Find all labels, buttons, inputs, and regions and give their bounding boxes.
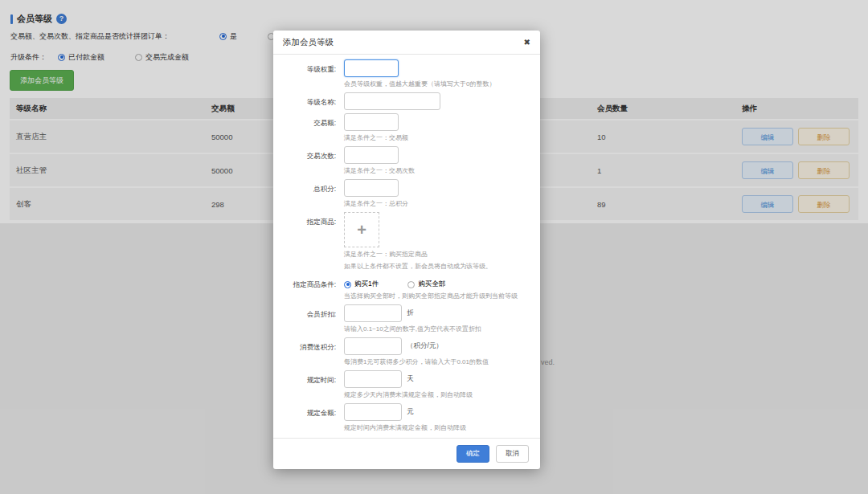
field-label: 交易额: [285,113,336,143]
field-hint: 满足条件之一：交易次数 [344,165,529,176]
radio-option-label: 购买全部 [418,280,445,289]
time-limit-input[interactable] [344,370,402,388]
field-time-limit: 规定时间:天规定多少天内消费未满规定金额，则自动降级 [285,370,529,400]
field-label: 等级名称: [285,92,336,110]
field-points-per-yuan: 消费送积分:（积分/元）每消费1元可获得多少积分，请输入大于0.01的数值 [285,337,529,367]
level-name-input[interactable] [344,92,440,110]
field-trade-amount: 交易额:满足条件之一：交易额 [285,113,529,143]
field-hint: 满足条件之一：总积分 [344,198,529,209]
field-label: 指定商品条件: [285,275,336,301]
field-hint: 如果以上条件都不设置，新会员将自动成为该等级。 [344,261,529,271]
field-level-weight: 等级权重:会员等级权重，值越大越重要（请填写大于0的整数） [285,59,529,89]
field-label: 规定金额: [285,403,336,433]
level-weight-input[interactable] [344,59,399,77]
trade-amount-input[interactable] [344,113,399,131]
field-trade-times: 交易次数:满足条件之一：交易次数 [285,146,529,176]
field-hint: 每消费1元可获得多少积分，请输入大于0.01的数值 [344,357,529,367]
modal-body: 等级权重:会员等级权重，值越大越重要（请填写大于0的整数）等级名称:交易额:满足… [273,55,540,438]
radio-selected-icon [344,281,351,288]
modal-footer: 确定 取消 [273,438,540,469]
field-amount-limit: 规定金额:元规定时间内消费未满规定金额，则自动降级 [285,403,529,433]
plus-icon: + [357,222,366,238]
radio-option-label: 购买1件 [354,280,379,289]
field-suffix: （积分/元） [407,341,443,351]
field-suffix: 天 [407,374,414,384]
field-suffix: 元 [407,407,414,417]
radio-option[interactable]: 购买全部 [407,280,445,289]
radio-icon [407,281,415,288]
close-icon[interactable]: ✖ [524,39,530,47]
cancel-button[interactable]: 取消 [496,445,529,463]
modal-header: 添加会员等级 ✖ [273,31,540,55]
field-specified-goods: 指定商品:+满足条件之一：购买指定商品如果以上条件都不设置，新会员将自动成为该等… [285,212,529,271]
field-label: 消费送积分: [285,337,336,367]
radio-option[interactable]: 购买1件 [344,280,379,289]
field-label: 总积分: [285,179,336,209]
field-hint: 规定时间内消费未满规定金额，则自动降级 [344,423,529,433]
field-hint: 规定多少天内消费未满规定金额，则自动降级 [344,390,529,400]
add-goods-button[interactable]: + [344,212,379,247]
field-label: 规定时间: [285,370,336,400]
field-hint: 满足条件之一：交易额 [344,133,529,143]
field-hint: 会员等级权重，值越大越重要（请填写大于0的整数） [344,79,529,89]
field-label: 指定商品: [285,212,336,271]
field-label: 交易次数: [285,146,336,176]
field-goods-condition: 指定商品条件:购买1件购买全部当选择购买全部时，则购买全部指定商品才能升级到当前… [285,275,529,301]
field-total-points: 总积分:满足条件之一：总积分 [285,179,529,209]
field-hint: 满足条件之一：购买指定商品 [344,249,529,259]
modal-title: 添加会员等级 [283,37,334,48]
add-level-modal: 添加会员等级 ✖ 等级权重:会员等级权重，值越大越重要（请填写大于0的整数）等级… [273,31,540,469]
amount-limit-input[interactable] [344,403,402,421]
field-hint: 当选择购买全部时，则购买全部指定商品才能升级到当前等级 [344,291,529,301]
field-hint: 请输入0.1~10之间的数字,值为空代表不设置折扣 [344,324,529,334]
total-points-input[interactable] [344,179,399,197]
field-suffix: 折 [407,308,414,318]
member-discount-input[interactable] [344,304,402,322]
field-label: 会员折扣: [285,304,336,334]
field-member-discount: 会员折扣:折请输入0.1~10之间的数字,值为空代表不设置折扣 [285,304,529,334]
field-level-name: 等级名称: [285,92,529,110]
trade-times-input[interactable] [344,146,399,164]
points-per-yuan-input[interactable] [344,337,402,355]
confirm-button[interactable]: 确定 [457,445,489,463]
field-label: 等级权重: [285,59,336,89]
